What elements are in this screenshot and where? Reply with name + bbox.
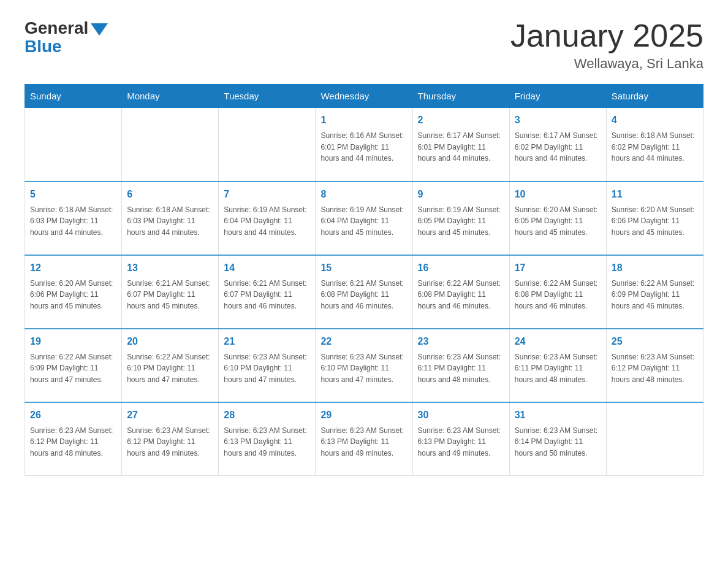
day-number: 31 (515, 408, 601, 423)
calendar-cell: 31Sunrise: 6:23 AM Sunset: 6:14 PM Dayli… (509, 402, 606, 476)
day-number: 10 (515, 187, 601, 202)
day-info: Sunrise: 6:23 AM Sunset: 6:14 PM Dayligh… (515, 425, 601, 459)
weekday-header-tuesday: Tuesday (219, 85, 316, 108)
weekday-header-thursday: Thursday (412, 85, 509, 108)
weekday-header-saturday: Saturday (606, 85, 703, 108)
day-number: 7 (224, 187, 310, 202)
title-section: January 2025 Wellawaya, Sri Lanka (510, 18, 703, 72)
day-info: Sunrise: 6:22 AM Sunset: 6:08 PM Dayligh… (515, 278, 601, 312)
calendar-cell (25, 108, 122, 182)
calendar-cell: 10Sunrise: 6:20 AM Sunset: 6:05 PM Dayli… (509, 182, 606, 255)
calendar-cell: 2Sunrise: 6:17 AM Sunset: 6:01 PM Daylig… (412, 108, 509, 182)
day-number: 23 (418, 334, 504, 349)
day-number: 26 (30, 408, 116, 423)
weekday-header-row: SundayMondayTuesdayWednesdayThursdayFrid… (25, 85, 703, 108)
calendar-week-row: 12Sunrise: 6:20 AM Sunset: 6:06 PM Dayli… (25, 255, 703, 329)
day-info: Sunrise: 6:23 AM Sunset: 6:10 PM Dayligh… (320, 351, 407, 386)
day-number: 19 (30, 334, 116, 349)
day-info: Sunrise: 6:22 AM Sunset: 6:09 PM Dayligh… (30, 351, 116, 386)
day-info: Sunrise: 6:23 AM Sunset: 6:12 PM Dayligh… (612, 351, 698, 386)
day-number: 29 (320, 408, 407, 423)
day-info: Sunrise: 6:22 AM Sunset: 6:09 PM Dayligh… (612, 278, 698, 312)
calendar-cell: 17Sunrise: 6:22 AM Sunset: 6:08 PM Dayli… (509, 255, 606, 329)
calendar-cell: 25Sunrise: 6:23 AM Sunset: 6:12 PM Dayli… (606, 329, 703, 402)
calendar-cell: 30Sunrise: 6:23 AM Sunset: 6:13 PM Dayli… (412, 402, 509, 476)
day-number: 9 (418, 187, 504, 202)
calendar-cell: 7Sunrise: 6:19 AM Sunset: 6:04 PM Daylig… (219, 182, 316, 255)
day-number: 15 (320, 261, 407, 275)
calendar-cell (122, 108, 219, 182)
day-number: 12 (30, 261, 116, 275)
calendar-cell: 20Sunrise: 6:22 AM Sunset: 6:10 PM Dayli… (122, 329, 219, 402)
calendar-table: SundayMondayTuesdayWednesdayThursdayFrid… (25, 84, 703, 476)
day-info: Sunrise: 6:20 AM Sunset: 6:05 PM Dayligh… (515, 204, 601, 239)
weekday-header-sunday: Sunday (25, 85, 122, 108)
day-info: Sunrise: 6:23 AM Sunset: 6:13 PM Dayligh… (224, 425, 310, 459)
day-number: 24 (515, 334, 601, 349)
calendar-cell: 1Sunrise: 6:16 AM Sunset: 6:01 PM Daylig… (316, 108, 412, 182)
calendar-cell: 8Sunrise: 6:19 AM Sunset: 6:04 PM Daylig… (316, 182, 412, 255)
day-info: Sunrise: 6:22 AM Sunset: 6:08 PM Dayligh… (418, 278, 504, 312)
day-info: Sunrise: 6:23 AM Sunset: 6:11 PM Dayligh… (418, 351, 504, 386)
day-info: Sunrise: 6:23 AM Sunset: 6:13 PM Dayligh… (320, 425, 407, 459)
day-number: 28 (224, 408, 310, 423)
day-number: 3 (515, 113, 601, 128)
calendar-cell: 29Sunrise: 6:23 AM Sunset: 6:13 PM Dayli… (316, 402, 412, 476)
weekday-header-monday: Monday (122, 85, 219, 108)
calendar-cell (606, 402, 703, 476)
calendar-cell: 23Sunrise: 6:23 AM Sunset: 6:11 PM Dayli… (412, 329, 509, 402)
day-info: Sunrise: 6:17 AM Sunset: 6:01 PM Dayligh… (418, 130, 504, 164)
calendar-cell: 5Sunrise: 6:18 AM Sunset: 6:03 PM Daylig… (25, 182, 122, 255)
day-number: 1 (320, 113, 407, 128)
calendar-cell: 26Sunrise: 6:23 AM Sunset: 6:12 PM Dayli… (25, 402, 122, 476)
calendar-cell: 6Sunrise: 6:18 AM Sunset: 6:03 PM Daylig… (122, 182, 219, 255)
day-number: 22 (320, 334, 407, 349)
day-info: Sunrise: 6:17 AM Sunset: 6:02 PM Dayligh… (515, 130, 601, 164)
day-number: 14 (224, 261, 310, 275)
day-info: Sunrise: 6:20 AM Sunset: 6:06 PM Dayligh… (30, 278, 116, 312)
weekday-header-friday: Friday (509, 85, 606, 108)
day-info: Sunrise: 6:23 AM Sunset: 6:10 PM Dayligh… (224, 351, 310, 386)
day-info: Sunrise: 6:19 AM Sunset: 6:04 PM Dayligh… (320, 204, 407, 239)
day-info: Sunrise: 6:20 AM Sunset: 6:06 PM Dayligh… (612, 204, 698, 239)
weekday-header-wednesday: Wednesday (316, 85, 412, 108)
logo: General Blue (25, 18, 108, 56)
calendar-cell: 4Sunrise: 6:18 AM Sunset: 6:02 PM Daylig… (606, 108, 703, 182)
calendar-cell: 16Sunrise: 6:22 AM Sunset: 6:08 PM Dayli… (412, 255, 509, 329)
day-info: Sunrise: 6:22 AM Sunset: 6:10 PM Dayligh… (127, 351, 213, 386)
day-number: 8 (320, 187, 407, 202)
day-info: Sunrise: 6:18 AM Sunset: 6:02 PM Dayligh… (612, 130, 698, 164)
calendar-cell (219, 108, 316, 182)
calendar-week-row: 1Sunrise: 6:16 AM Sunset: 6:01 PM Daylig… (25, 108, 703, 182)
day-info: Sunrise: 6:21 AM Sunset: 6:07 PM Dayligh… (224, 278, 310, 312)
calendar-cell: 15Sunrise: 6:21 AM Sunset: 6:08 PM Dayli… (316, 255, 412, 329)
logo-general-text: General (25, 18, 88, 38)
day-number: 4 (612, 113, 698, 128)
day-info: Sunrise: 6:21 AM Sunset: 6:07 PM Dayligh… (127, 278, 213, 312)
calendar-cell: 28Sunrise: 6:23 AM Sunset: 6:13 PM Dayli… (219, 402, 316, 476)
day-number: 17 (515, 261, 601, 275)
location-text: Wellawaya, Sri Lanka (510, 56, 703, 72)
calendar-cell: 18Sunrise: 6:22 AM Sunset: 6:09 PM Dayli… (606, 255, 703, 329)
day-info: Sunrise: 6:18 AM Sunset: 6:03 PM Dayligh… (30, 204, 116, 239)
month-title: January 2025 (510, 18, 703, 53)
calendar-cell: 22Sunrise: 6:23 AM Sunset: 6:10 PM Dayli… (316, 329, 412, 402)
day-info: Sunrise: 6:23 AM Sunset: 6:12 PM Dayligh… (127, 425, 213, 459)
day-info: Sunrise: 6:19 AM Sunset: 6:04 PM Dayligh… (224, 204, 310, 239)
day-number: 25 (612, 334, 698, 349)
day-info: Sunrise: 6:23 AM Sunset: 6:13 PM Dayligh… (418, 425, 504, 459)
day-info: Sunrise: 6:23 AM Sunset: 6:11 PM Dayligh… (515, 351, 601, 386)
logo-blue-text: Blue (25, 37, 62, 56)
calendar-week-row: 26Sunrise: 6:23 AM Sunset: 6:12 PM Dayli… (25, 402, 703, 476)
day-number: 30 (418, 408, 504, 423)
day-number: 13 (127, 261, 213, 275)
calendar-cell: 11Sunrise: 6:20 AM Sunset: 6:06 PM Dayli… (606, 182, 703, 255)
calendar-week-row: 19Sunrise: 6:22 AM Sunset: 6:09 PM Dayli… (25, 329, 703, 402)
calendar-cell: 24Sunrise: 6:23 AM Sunset: 6:11 PM Dayli… (509, 329, 606, 402)
calendar-cell: 12Sunrise: 6:20 AM Sunset: 6:06 PM Dayli… (25, 255, 122, 329)
page-header: General Blue January 2025 Wellawaya, Sri… (25, 18, 703, 72)
day-number: 18 (612, 261, 698, 275)
day-number: 6 (127, 187, 213, 202)
calendar-cell: 9Sunrise: 6:19 AM Sunset: 6:05 PM Daylig… (412, 182, 509, 255)
day-number: 11 (612, 187, 698, 202)
